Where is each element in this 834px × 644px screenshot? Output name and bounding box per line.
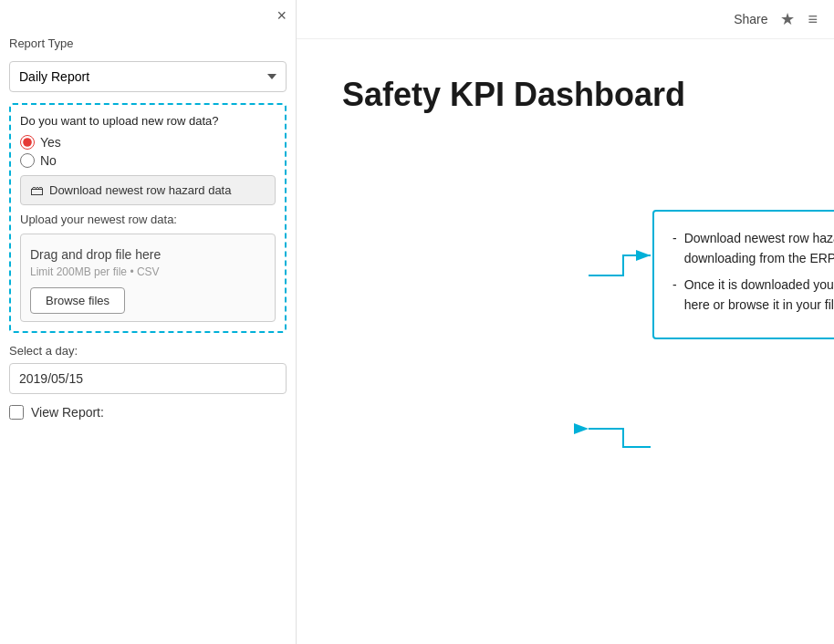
tooltip-box: Download newest row hazard data as if yo…	[652, 210, 834, 339]
tooltip-line-1: Download newest row hazard data as if yo…	[672, 228, 834, 269]
upload-section: Do you want to upload new row data? Yes …	[9, 103, 287, 333]
tooltip-line-2: Once it is downloaded you can drag and d…	[672, 275, 834, 316]
date-input[interactable]	[9, 363, 287, 394]
browse-files-button[interactable]: Browse files	[30, 287, 125, 314]
main-content: Share ★ ≡ Safety KPI Dashboard Download …	[297, 0, 834, 644]
drag-drop-text: Drag and drop file here	[30, 247, 266, 262]
radio-no-input[interactable]	[20, 153, 35, 168]
report-type-label: Report Type	[9, 36, 287, 50]
dashboard-area: Safety KPI Dashboard	[297, 39, 834, 132]
radio-group: Yes No	[20, 135, 276, 168]
menu-icon[interactable]: ≡	[808, 10, 818, 29]
sidebar: × Report Type Daily Report Do you want t…	[0, 0, 297, 644]
drag-drop-hint: Limit 200MB per file • CSV	[30, 265, 266, 278]
day-label: Select a day:	[9, 344, 287, 358]
download-hazard-button[interactable]: 🗃 Download newest row hazard data	[20, 175, 276, 205]
view-report-row: View Report:	[9, 405, 287, 420]
share-button[interactable]: Share	[734, 12, 767, 26]
dashboard-title: Safety KPI Dashboard	[342, 76, 788, 114]
radio-yes-input[interactable]	[20, 135, 35, 150]
radio-no[interactable]: No	[20, 153, 276, 168]
tooltip-list: Download newest row hazard data as if yo…	[672, 228, 834, 316]
view-report-checkbox[interactable]	[9, 405, 24, 420]
dropzone[interactable]: Drag and drop file here Limit 200MB per …	[20, 234, 276, 322]
download-icon: 🗃	[30, 182, 44, 198]
day-section: Select a day:	[9, 344, 287, 394]
close-button[interactable]: ×	[276, 7, 287, 24]
radio-yes[interactable]: Yes	[20, 135, 276, 150]
report-type-select[interactable]: Daily Report	[9, 61, 287, 92]
radio-yes-label: Yes	[40, 135, 61, 150]
upload-question: Do you want to upload new row data?	[20, 114, 276, 128]
star-icon[interactable]: ★	[780, 9, 795, 29]
radio-no-label: No	[40, 153, 57, 168]
upload-label: Upload your newest row data:	[20, 213, 276, 226]
top-bar: Share ★ ≡	[297, 0, 834, 39]
download-btn-label: Download newest row hazard data	[49, 183, 231, 197]
view-report-label: View Report:	[31, 405, 104, 420]
